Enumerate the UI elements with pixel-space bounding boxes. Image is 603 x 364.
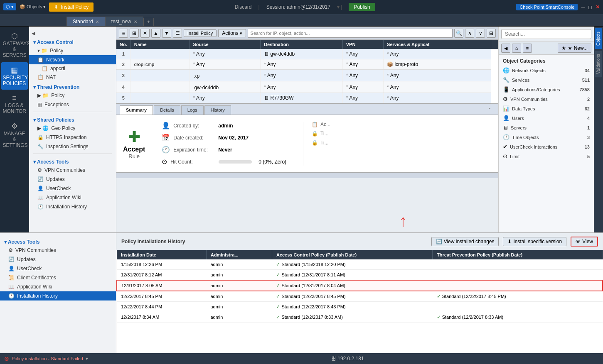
search-btn[interactable]: 🔍 (454, 29, 463, 38)
security-policies-label: SECURITY POLICIES (3, 75, 28, 86)
tab-history[interactable]: History (204, 105, 231, 115)
object-category-item[interactable]: ⊙ Limit 5 (499, 151, 594, 161)
icon-manage-settings[interactable]: ⚙ MANAGE & SETTINGS (1, 118, 28, 151)
lower-sidebar-client-certs[interactable]: 📜 Client Certificates (0, 273, 116, 282)
sidebar-item-app-wiki[interactable]: 📖 Application Wiki (29, 193, 116, 202)
history-table-row[interactable]: 1/15/2018 12:26 PM admin ✓ Standard (1/1… (117, 259, 603, 270)
table-row[interactable]: 2 drop icmp * Any * Any * Any 📦 icmp-pro… (116, 59, 498, 70)
sidebar-item-geo-policy[interactable]: ▶ 🌐 Geo Policy (29, 124, 116, 133)
sidebar-item-inspection-settings[interactable]: 🔧 Inspection Settings (29, 142, 116, 151)
minimize-button[interactable]: ─ (581, 4, 585, 10)
discard-link[interactable]: Discard (235, 4, 252, 10)
lower-sidebar-updates[interactable]: 🔄 Updates (0, 255, 116, 264)
toolbar-menu-btn[interactable]: ☰ (173, 29, 182, 38)
publish-button[interactable]: Publish (349, 3, 375, 11)
object-category-item[interactable]: 🌐 Network Objects 34 (499, 66, 594, 75)
sidebar-item-appcrtl[interactable]: 📋 appcrtl (29, 64, 116, 73)
sidebar-item-usercheck[interactable]: 👤 UserCheck (29, 184, 116, 193)
history-table-row[interactable]: 12/22/2017 8:44 PM admin ✓ Standard (12/… (117, 302, 603, 312)
restore-button[interactable]: ◻ (588, 4, 592, 10)
lower-sidebar-app-wiki[interactable]: 📖 Application Wiki (0, 282, 116, 291)
sidebar-section-access-control[interactable]: ▾ Access Control (29, 37, 116, 46)
sidebar-item-policy[interactable]: ▾ 📁 Policy (29, 46, 116, 55)
objects-menu[interactable]: 📦 Objects ▾ (20, 4, 46, 10)
col-scroll (491, 40, 498, 49)
cell-services: * Any (384, 70, 491, 81)
object-category-item[interactable]: 🕐 Time Objects 3 (499, 132, 594, 142)
sidebar-collapse[interactable]: ◀ (29, 30, 116, 37)
nav-home-btn[interactable]: ⌂ (512, 44, 521, 53)
history-table-row[interactable]: 12/22/2017 8:45 PM admin ✓ Standard (12/… (117, 291, 603, 302)
category-count: 2 (587, 97, 590, 102)
tab-objects[interactable]: Objects (595, 28, 602, 49)
object-category-item[interactable]: 🔧 Services 511 (499, 75, 594, 85)
tab-standard-close[interactable]: ✕ (96, 20, 99, 24)
sidebar-item-updates[interactable]: 🔄 Updates (29, 175, 116, 184)
install-policy-toolbar-btn[interactable]: Install Policy (184, 29, 217, 37)
view-installed-changes-btn[interactable]: 🔄 View installed changes (431, 237, 499, 246)
actions-btn[interactable]: Actions ▾ (218, 29, 246, 37)
sort-asc-btn[interactable]: ∧ (465, 29, 474, 38)
icon-logs-monitor[interactable]: ≡ LOGS & MONITOR (1, 90, 28, 117)
toolbar-lines-btn[interactable]: ≡ (119, 29, 128, 38)
sort-desc-btn[interactable]: ∨ (476, 29, 485, 38)
tab-logs[interactable]: Logs (181, 105, 204, 115)
sidebar-item-tp-policy[interactable]: ▶ 📁 Policy (29, 91, 116, 100)
logs-monitor-label: LOGS & MONITOR (3, 103, 26, 114)
filter-btn[interactable]: ⊟ (487, 29, 496, 38)
error-arrow[interactable]: ▾ (86, 356, 88, 362)
install-specific-version-btn[interactable]: ⬇ Install specific version (503, 237, 566, 246)
close-button[interactable]: ✕ (596, 4, 600, 10)
view-btn[interactable]: 👁 View (571, 237, 598, 247)
table-row[interactable]: 1 * Any 🖥 gw-dc4ddb * Any * Any (116, 49, 498, 59)
objects-search-input[interactable] (501, 29, 591, 39)
horizontal-scrollbar[interactable] (116, 172, 498, 178)
sidebar-item-exceptions[interactable]: ▦ Exceptions (29, 100, 116, 109)
icon-security-policies[interactable]: ▦ SECURITY POLICIES (1, 62, 28, 90)
new-object-btn[interactable]: ★ ★ New... (558, 44, 591, 53)
sidebar-section-threat-prevention[interactable]: ▾ Threat Prevention (29, 82, 116, 91)
tab-details[interactable]: Details (154, 105, 180, 115)
table-row[interactable]: 4 gw-dc4ddb * Any * Any * Any (116, 81, 498, 93)
tab-summary[interactable]: Summary (120, 105, 153, 115)
sidebar-section-access-tools[interactable]: ▾ Access Tools (29, 156, 116, 166)
tab-validations[interactable]: Validations (595, 51, 602, 77)
nav-list-btn[interactable]: ≡ (523, 44, 532, 53)
object-category-item[interactable]: ✔ UserCheck Interactions 13 (499, 142, 594, 151)
toolbar-down-btn[interactable]: ▼ (162, 29, 171, 38)
tab-test-new[interactable]: test_new ✕ (105, 17, 143, 26)
toolbar-grid-btn[interactable]: ⊞ (130, 29, 139, 38)
lower-sidebar-usercheck[interactable]: 👤 UserCheck (0, 264, 116, 273)
object-category-item[interactable]: 📊 Data Types 62 (499, 104, 594, 113)
app-menu[interactable]: ⬡ ▾ (3, 3, 16, 10)
history-table-row[interactable]: 12/31/2017 8:05 AM admin ✓ Standard (12/… (117, 280, 603, 291)
lower-sidebar-installation-history[interactable]: 🕐 Installation History (0, 291, 116, 300)
new-tab-button[interactable]: + (143, 18, 154, 26)
lower-access-tools-title[interactable]: ▾ Access Tools (0, 237, 116, 246)
sidebar-section-shared[interactable]: ▾ Shared Policies (29, 115, 116, 124)
tab-test-new-close[interactable]: ✕ (134, 20, 137, 24)
toolbar-up-btn[interactable]: ▲ (151, 29, 160, 38)
icon-gateways[interactable]: ⬡ GATEWAYS & SERVERS (1, 28, 28, 61)
install-policy-button[interactable]: ⬇ Install Policy (49, 2, 94, 12)
summary-expand-btn[interactable]: ⌃ (484, 105, 495, 115)
sidebar-item-https-inspection[interactable]: 🔒 HTTPS Inspection (29, 133, 116, 142)
table-row[interactable]: 3 xp * Any * Any * Any (116, 70, 498, 81)
object-category-item[interactable]: 📱 Applications/Categories 7858 (499, 85, 594, 94)
sidebar-item-installation-history[interactable]: 🕐 Installation History (29, 202, 116, 211)
tab-standard[interactable]: Standard ✕ (66, 17, 105, 26)
toolbar-delete-btn[interactable]: ✕ (140, 29, 150, 38)
object-category-item[interactable]: 👤 Users 4 (499, 113, 594, 123)
object-category-item[interactable]: ⚙ VPN Communities 2 (499, 94, 594, 104)
lower-sidebar-vpn[interactable]: ⚙ VPN Communities (0, 246, 116, 255)
history-table-row[interactable]: 12/2/2017 8:34 AM admin ✓ Standard (12/2… (117, 312, 603, 322)
history-table-row[interactable]: 12/31/2017 8:12 AM admin ✓ Standard (12/… (117, 270, 603, 281)
table-row[interactable]: 5 * Any 🖥 R7730GW * Any * Any (116, 93, 498, 103)
object-category-item[interactable]: 🖥 Servers 1 (499, 123, 594, 132)
nav-back-btn[interactable]: ◀ (501, 44, 510, 53)
search-input[interactable] (248, 29, 453, 38)
sidebar-item-network[interactable]: 📋 Network (29, 55, 116, 64)
policy-table-container: No. Name Source Destination VPN Services… (116, 40, 498, 104)
sidebar-item-nat[interactable]: 📋 NAT (29, 73, 116, 82)
sidebar-item-vpn-communities[interactable]: ⚙ VPN Communities (29, 166, 116, 175)
